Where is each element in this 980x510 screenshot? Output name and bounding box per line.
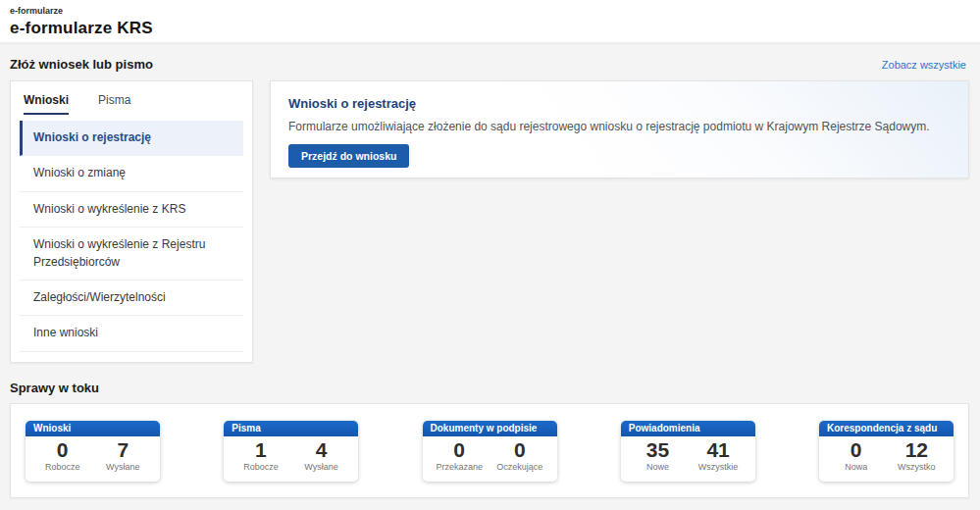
- detail-description: Formularze umożliwiające złożenie do sąd…: [288, 120, 951, 133]
- sidebar-item-wnioski-o-rejestracje[interactable]: Wnioski o rejestrację: [20, 121, 243, 156]
- sidebar-item-wykreslenie-z-krs[interactable]: Wnioski o wykreślenie z KRS: [20, 192, 243, 228]
- stat-label: Wysłane: [298, 462, 345, 472]
- stat-wyslane: 4 Wysłane: [298, 439, 345, 472]
- stat-oczekujace: 0 Oczekujące: [496, 439, 543, 472]
- stat-label: Wszystko: [893, 462, 940, 472]
- stat-value: 41: [695, 439, 742, 461]
- stat-label: Robocze: [39, 462, 86, 472]
- sidebar-tabs: Wnioski Pisma: [11, 81, 252, 115]
- stat-value: 12: [893, 439, 940, 461]
- stat-robocze: 1 Robocze: [237, 439, 284, 472]
- stat-label: Wysłane: [99, 462, 146, 472]
- stat-robocze: 0 Robocze: [39, 439, 86, 472]
- card-dokumenty-body: 0 Przekazane 0 Oczekujące: [423, 436, 557, 472]
- stat-value: 4: [298, 439, 345, 461]
- page-title: e-formularze KRS: [10, 19, 970, 38]
- stat-przekazane: 0 Przekazane: [436, 439, 483, 472]
- card-korespondencja-z-sadu[interactable]: Korespondencja z sądu 0 Nowa 12 Wszystko: [819, 421, 954, 482]
- stat-wszystkie: 41 Wszystkie: [695, 439, 742, 472]
- stat-label: Robocze: [237, 462, 284, 472]
- tab-pisma[interactable]: Pisma: [98, 93, 130, 115]
- tab-wnioski[interactable]: Wnioski: [24, 93, 69, 115]
- stat-value: 7: [99, 439, 146, 461]
- stat-value: 0: [833, 439, 880, 461]
- request-types-sidebar: Wnioski Pisma Wnioski o rejestrację Wnio…: [10, 80, 253, 363]
- submit-section-heading: Złóż wniosek lub pismo: [10, 57, 153, 72]
- sidebar-item-wnioski-o-zmiane[interactable]: Wnioski o zmianę: [20, 156, 243, 191]
- stat-value: 0: [39, 439, 86, 461]
- stat-label: Nowe: [634, 462, 681, 472]
- submit-section-header: Złóż wniosek lub pismo Zobacz wszystkie: [0, 43, 980, 80]
- card-powiadomienia-title: Powiadomienia: [621, 421, 755, 436]
- card-pisma[interactable]: Pisma 1 Robocze 4 Wysłane: [224, 421, 358, 482]
- card-dokumenty-title: Dokumenty w podpisie: [423, 421, 557, 436]
- stat-value: 0: [436, 439, 483, 461]
- card-korespondencja-body: 0 Nowa 12 Wszystko: [819, 436, 954, 472]
- cases-cards-panel: Wnioski 0 Robocze 7 Wysłane Pisma 1 Robo…: [10, 403, 969, 498]
- see-all-link[interactable]: Zobacz wszystkie: [882, 59, 966, 71]
- request-detail-panel: Wnioski o rejestrację Formularze umożliw…: [270, 80, 969, 178]
- stat-label: Wszystkie: [695, 462, 742, 472]
- sidebar-item-wykreslenie-z-rejestru[interactable]: Wnioski o wykreślenie z Rejestru Przedsi…: [20, 228, 243, 280]
- stat-nowe: 35 Nowe: [634, 439, 681, 472]
- stat-label: Oczekujące: [496, 462, 543, 472]
- stat-label: Przekazane: [436, 462, 483, 472]
- cases-section-heading: Sprawy w toku: [10, 381, 966, 395]
- breadcrumb[interactable]: e-formularze: [10, 6, 970, 16]
- card-wnioski[interactable]: Wnioski 0 Robocze 7 Wysłane: [26, 421, 160, 482]
- sidebar-nav-list: Wnioski o rejestrację Wnioski o zmianę W…: [11, 121, 252, 352]
- stat-nowa: 0 Nowa: [833, 439, 880, 472]
- card-pisma-body: 1 Robocze 4 Wysłane: [224, 436, 358, 472]
- sidebar-item-zaleglosci[interactable]: Zaległości/Wierzytelności: [20, 280, 243, 316]
- card-pisma-title: Pisma: [224, 421, 358, 436]
- card-wnioski-body: 0 Robocze 7 Wysłane: [26, 436, 160, 472]
- card-powiadomienia[interactable]: Powiadomienia 35 Nowe 41 Wszystkie: [621, 421, 755, 482]
- go-to-request-button[interactable]: Przejdź do wniosku: [288, 144, 409, 168]
- sidebar-item-inne-wnioski[interactable]: Inne wnioski: [20, 316, 243, 351]
- stat-wyslane: 7 Wysłane: [99, 439, 146, 472]
- card-dokumenty-w-podpisie[interactable]: Dokumenty w podpisie 0 Przekazane 0 Ocze…: [423, 421, 557, 482]
- stat-wszystko: 12 Wszystko: [893, 439, 940, 472]
- stat-label: Nowa: [833, 462, 880, 472]
- card-powiadomienia-body: 35 Nowe 41 Wszystkie: [621, 436, 755, 472]
- stat-value: 1: [237, 439, 284, 461]
- submit-section-body: Wnioski Pisma Wnioski o rejestrację Wnio…: [0, 80, 980, 363]
- card-korespondencja-title: Korespondencja z sądu: [819, 421, 954, 436]
- top-header: e-formularze e-formularze KRS: [0, 0, 980, 43]
- stat-value: 35: [634, 439, 681, 461]
- detail-title: Wnioski o rejestrację: [288, 96, 951, 111]
- cases-section-header: Sprawy w toku: [0, 363, 980, 403]
- stat-value: 0: [496, 439, 543, 461]
- card-wnioski-title: Wnioski: [26, 421, 160, 436]
